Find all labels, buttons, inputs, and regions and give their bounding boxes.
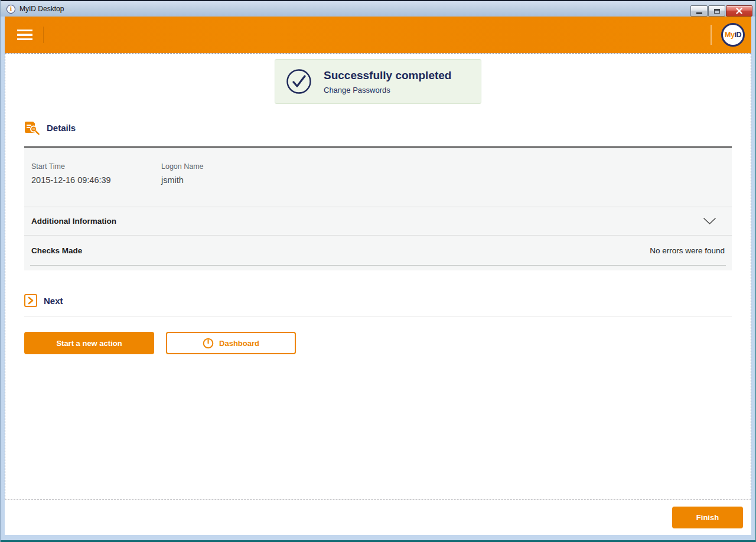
app-header: MyiD <box>5 17 751 53</box>
field-logon-name: Logon Name jsmith <box>161 162 204 207</box>
success-title: Successfully completed <box>324 69 451 82</box>
field-value: jsmith <box>161 175 204 185</box>
field-value: 2015-12-16 09:46:39 <box>31 175 161 185</box>
chevron-right-icon <box>24 294 37 307</box>
field-label: Logon Name <box>161 162 204 171</box>
additional-information-label: Additional Information <box>31 217 116 226</box>
window-controls <box>690 5 752 17</box>
additional-information-row[interactable]: Additional Information <box>24 207 732 235</box>
next-heading: Next <box>44 296 63 306</box>
dashboard-button[interactable]: Dashboard <box>166 332 296 354</box>
myid-logo: MyiD <box>721 23 745 47</box>
start-new-action-button[interactable]: Start a new action <box>24 332 154 354</box>
details-section-heading: Details <box>24 120 732 135</box>
field-start-time: Start Time 2015-12-16 09:46:39 <box>31 162 161 207</box>
check-circle-icon <box>286 68 312 94</box>
main-content: Successfully completed Change Passwords … <box>5 53 751 499</box>
action-buttons: Start a new action Dashboard <box>24 332 732 354</box>
minimize-icon[interactable] <box>690 5 708 17</box>
close-x-glyph <box>736 8 742 14</box>
next-divider <box>24 316 732 316</box>
close-icon[interactable] <box>726 5 752 17</box>
window-title: MyID Desktop <box>19 5 64 13</box>
checks-made-row: Checks Made No errors were found <box>24 236 732 265</box>
footer-bar: Finish <box>5 499 751 535</box>
app-window: i MyID Desktop MyiD <box>0 0 756 542</box>
success-banner: Successfully completed Change Passwords <box>275 59 481 104</box>
app-surface: MyiD Successfully completed Change Passw… <box>5 17 751 535</box>
chevron-down-icon[interactable] <box>703 217 716 225</box>
window-frame: MyiD Successfully completed Change Passw… <box>1 17 755 542</box>
dashboard-button-label: Dashboard <box>219 339 259 348</box>
checks-made-label: Checks Made <box>31 246 82 255</box>
next-section-heading: Next <box>24 294 732 307</box>
app-icon: i <box>6 5 15 14</box>
finish-button[interactable]: Finish <box>672 507 743 528</box>
details-search-icon <box>24 120 40 135</box>
header-separator <box>43 27 44 43</box>
success-subtitle: Change Passwords <box>324 86 451 94</box>
field-label: Start Time <box>31 162 161 171</box>
dashboard-gauge-icon <box>203 338 214 349</box>
maximize-icon[interactable] <box>708 5 725 17</box>
hamburger-menu-icon[interactable] <box>17 30 32 41</box>
header-separator-right <box>711 25 712 45</box>
details-panel: Start Time 2015-12-16 09:46:39 Logon Nam… <box>24 146 732 270</box>
details-heading: Details <box>47 123 76 133</box>
details-fields: Start Time 2015-12-16 09:46:39 Logon Nam… <box>24 148 732 207</box>
titlebar: i MyID Desktop <box>1 0 755 17</box>
checks-made-value: No errors were found <box>650 246 725 255</box>
